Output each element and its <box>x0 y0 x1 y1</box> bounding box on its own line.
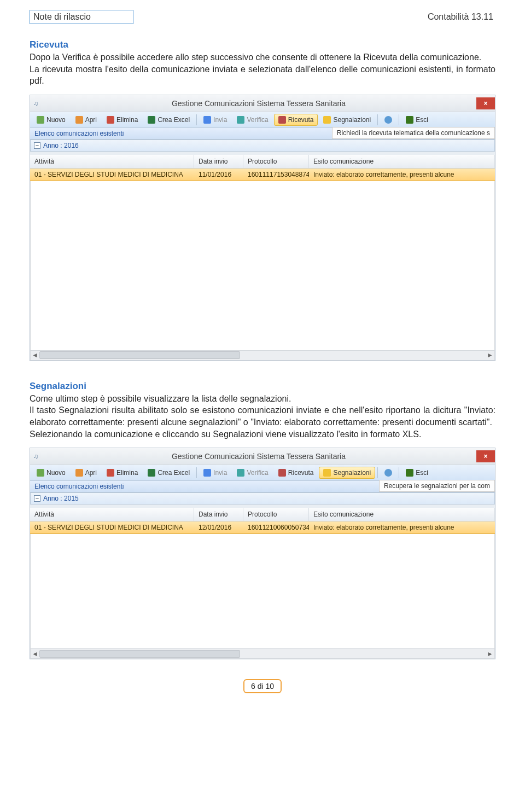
scrollbar[interactable]: ◄ ► <box>30 351 495 361</box>
segnalazioni-button[interactable]: Segnalazioni <box>319 114 375 126</box>
scroll-track[interactable] <box>39 650 486 658</box>
separator <box>377 114 378 125</box>
scroll-right-icon[interactable]: ► <box>486 649 494 658</box>
verifica-button[interactable]: Verifica <box>232 467 272 479</box>
esci-button[interactable]: Esci <box>401 467 433 479</box>
titlebar: ♫ Gestione Comunicazioni Sistema Tessera… <box>30 95 495 112</box>
pdf-icon <box>278 469 286 477</box>
col-protocollo[interactable]: Protocollo <box>243 508 309 521</box>
help-icon <box>384 469 392 477</box>
grid-header: Attività Data invio Protocollo Esito com… <box>30 155 495 169</box>
open-icon <box>75 469 83 477</box>
elimina-button[interactable]: Elimina <box>102 114 142 126</box>
year-group[interactable]: − Anno : 2016 <box>30 140 495 152</box>
col-protocollo[interactable]: Protocollo <box>243 155 309 168</box>
year-group[interactable]: − Anno : 2015 <box>30 492 495 504</box>
nuovo-button[interactable]: Nuovo <box>32 114 70 126</box>
flag-icon <box>323 116 331 124</box>
label: Elimina <box>116 116 138 124</box>
close-button[interactable]: × <box>476 450 495 462</box>
nuovo-button[interactable]: Nuovo <box>32 467 70 479</box>
send-icon <box>203 469 211 477</box>
window-title: Gestione Comunicazioni Sistema Tessera S… <box>41 99 476 108</box>
esci-button[interactable]: Esci <box>401 114 433 126</box>
year-label: Anno : 2016 <box>43 142 79 149</box>
elimina-button[interactable]: Elimina <box>102 467 142 479</box>
col-data-invio[interactable]: Data invio <box>194 155 243 168</box>
scroll-left-icon[interactable]: ◄ <box>31 649 39 658</box>
app-icon: ♫ <box>33 453 41 460</box>
exit-icon <box>406 469 413 477</box>
label: Esci <box>416 469 428 477</box>
check-icon <box>237 469 244 477</box>
cell-data: 11/01/2016 <box>194 169 243 181</box>
help-button[interactable] <box>380 467 396 479</box>
page-number: 6 di 10 <box>243 679 282 693</box>
flag-icon <box>323 469 331 477</box>
col-attivita[interactable]: Attività <box>30 508 194 521</box>
header-right: Contabilità 13.11 <box>428 12 495 22</box>
pdf-icon <box>278 116 286 124</box>
year-label: Anno : 2015 <box>43 495 79 502</box>
label: Esci <box>416 116 428 124</box>
collapse-icon[interactable]: − <box>34 142 40 149</box>
separator <box>196 114 197 125</box>
col-esito[interactable]: Esito comunicazione <box>309 155 495 168</box>
open-icon <box>75 116 83 124</box>
scroll-left-icon[interactable]: ◄ <box>31 351 39 359</box>
send-icon <box>203 116 211 124</box>
segnalazioni-button[interactable]: Segnalazioni <box>319 467 375 479</box>
label: Crea Excel <box>158 469 190 477</box>
label: Segnalazioni <box>333 469 371 477</box>
window-title: Gestione Comunicazioni Sistema Tessera S… <box>41 452 476 461</box>
scroll-thumb[interactable] <box>39 650 240 658</box>
toolbar: Nuovo Apri Elimina Crea Excel Invia Veri… <box>30 112 495 128</box>
app-icon: ♫ <box>33 100 41 107</box>
label: Nuovo <box>46 116 66 124</box>
app-window: ♫ Gestione Comunicazioni Sistema Tessera… <box>30 95 495 361</box>
label: Verifica <box>247 469 268 477</box>
text: Come ultimo step è possibile visualizzar… <box>30 394 291 403</box>
col-attivita[interactable]: Attività <box>30 155 194 168</box>
crea-excel-button[interactable]: Crea Excel <box>143 467 194 479</box>
apri-button[interactable]: Apri <box>71 467 101 479</box>
collapse-icon[interactable]: − <box>34 495 40 502</box>
scrollbar[interactable]: ◄ ► <box>30 649 495 659</box>
header-left: Note di rilascio <box>30 10 133 24</box>
invia-button[interactable]: Invia <box>199 467 231 479</box>
cell-esito: Inviato: elaborato correttamente, presen… <box>309 521 495 533</box>
col-esito[interactable]: Esito comunicazione <box>309 508 495 521</box>
cell-data: 12/01/2016 <box>194 521 243 533</box>
scroll-right-icon[interactable]: ► <box>486 351 494 359</box>
grid-empty <box>30 181 495 351</box>
excel-icon <box>148 469 155 477</box>
close-button[interactable]: × <box>476 97 495 109</box>
label: Ricevuta <box>288 469 314 477</box>
table-row[interactable]: 01 - SERVIZI DEGLI STUDI MEDICI DI MEDIC… <box>30 521 495 534</box>
label: Invia <box>213 116 227 124</box>
label: Ricevuta <box>288 116 314 124</box>
apri-button[interactable]: Apri <box>71 114 101 126</box>
titlebar: ♫ Gestione Comunicazioni Sistema Tessera… <box>30 448 495 465</box>
separator <box>196 467 197 478</box>
crea-excel-button[interactable]: Crea Excel <box>143 114 194 126</box>
invia-button[interactable]: Invia <box>199 114 231 126</box>
help-button[interactable] <box>380 114 396 126</box>
cell-attivita: 01 - SERVIZI DEGLI STUDI MEDICI DI MEDIC… <box>30 521 194 533</box>
scroll-track[interactable] <box>39 351 486 359</box>
check-icon <box>237 116 244 124</box>
scroll-thumb[interactable] <box>39 351 240 359</box>
cell-esito: Inviato: elaborato correttamente, presen… <box>309 169 495 181</box>
ricevuta-button[interactable]: Ricevuta <box>274 467 318 479</box>
ricevuta-button[interactable]: Ricevuta <box>274 114 318 126</box>
verifica-button[interactable]: Verifica <box>232 114 272 126</box>
separator <box>377 467 378 478</box>
label: Crea Excel <box>158 116 190 124</box>
exit-icon <box>406 116 413 124</box>
col-data-invio[interactable]: Data invio <box>194 508 243 521</box>
body-paragraph: Come ultimo step è possibile visualizzar… <box>30 393 495 440</box>
table-row[interactable]: 01 - SERVIZI DEGLI STUDI MEDICI DI MEDIC… <box>30 169 495 181</box>
grid-header: Attività Data invio Protocollo Esito com… <box>30 508 495 521</box>
text: Selezionando la comunicazione e cliccand… <box>30 430 421 439</box>
label: Nuovo <box>46 469 66 477</box>
